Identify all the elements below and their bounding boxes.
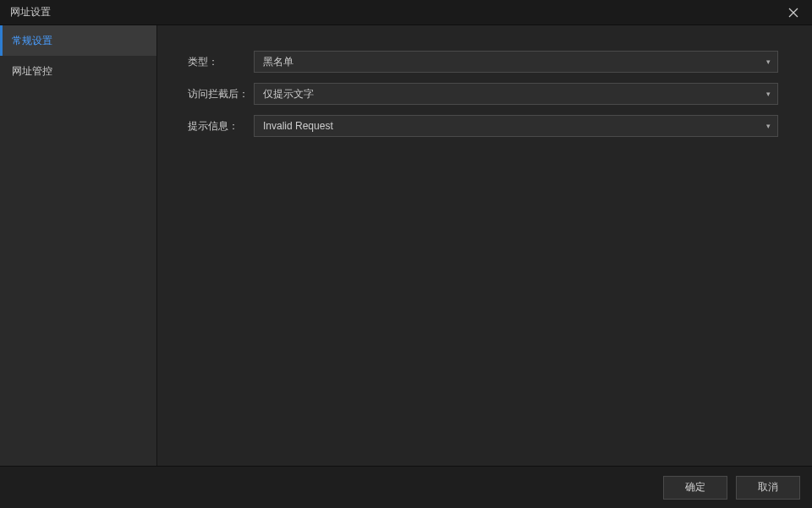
form-row-after-block: 访问拦截后： 仅提示文字 ▾ [188, 83, 778, 105]
chevron-down-icon: ▾ [766, 123, 771, 130]
form-row-type: 类型： 黑名单 ▾ [188, 51, 778, 73]
close-button[interactable] [778, 0, 809, 25]
form-row-hint: 提示信息： Invalid Request ▾ [188, 115, 778, 137]
ok-button[interactable]: 确定 [663, 476, 727, 500]
sidebar-item-label: 常规设置 [12, 34, 52, 48]
sidebar-item-url-control[interactable]: 网址管控 [0, 56, 156, 86]
sidebar-item-label: 网址管控 [12, 64, 52, 79]
form-label-type: 类型： [188, 55, 254, 69]
ok-button-label: 确定 [685, 480, 705, 494]
content-panel: 类型： 黑名单 ▾ 访问拦截后： 仅提示文字 ▾ 提示信息： Invalid R… [157, 25, 812, 466]
after-block-select-value: 仅提示文字 [263, 87, 314, 101]
cancel-button[interactable]: 取消 [736, 476, 800, 500]
body-area: 常规设置 网址管控 类型： 黑名单 ▾ 访问拦截后： 仅提示文字 ▾ 提示信息：… [0, 25, 812, 466]
cancel-button-label: 取消 [758, 480, 778, 494]
chevron-down-icon: ▾ [766, 58, 771, 66]
hint-select[interactable]: Invalid Request ▾ [254, 115, 778, 137]
after-block-select[interactable]: 仅提示文字 ▾ [254, 83, 778, 105]
sidebar-item-general[interactable]: 常规设置 [0, 25, 156, 56]
titlebar: 网址设置 [0, 0, 812, 25]
dialog-title: 网址设置 [10, 5, 51, 19]
type-select[interactable]: 黑名单 ▾ [254, 51, 778, 73]
close-icon [788, 8, 798, 18]
footer: 确定 取消 [0, 466, 812, 508]
form-label-hint: 提示信息： [188, 119, 254, 134]
form-label-after-block: 访问拦截后： [188, 87, 254, 101]
hint-select-value: Invalid Request [263, 120, 333, 132]
sidebar: 常规设置 网址管控 [0, 25, 157, 466]
chevron-down-icon: ▾ [766, 90, 771, 98]
type-select-value: 黑名单 [263, 55, 294, 69]
